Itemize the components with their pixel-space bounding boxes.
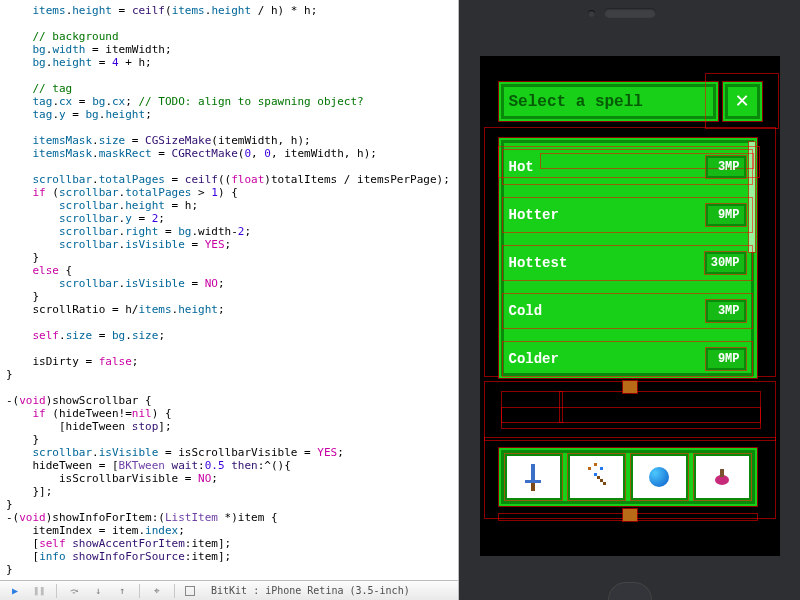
close-button[interactable]: ✕ <box>723 82 762 121</box>
code-line: bg.width = itemWidth; <box>6 43 453 56</box>
toolbar-item-potion[interactable] <box>694 454 751 500</box>
spell-row[interactable]: Hotter 9MP <box>503 198 752 232</box>
code-line: scrollbar.y = 2; <box>6 212 453 225</box>
code-line: scrollbar.right = bg.width-2; <box>6 225 453 238</box>
sword-icon <box>531 464 535 490</box>
spell-row[interactable]: Colder 9MP <box>503 342 752 376</box>
spell-name: Hottest <box>509 255 705 271</box>
code-line: scrollbar.isVisible = isScrollbarVisible… <box>6 446 453 459</box>
spell-cost: 3MP <box>706 300 746 322</box>
code-line: } <box>6 368 453 381</box>
code-line: items.height = ceilf(items.height / h) *… <box>6 4 453 17</box>
wand-icon <box>588 467 604 487</box>
code-line: if (scrollbar.totalPages > 1) { <box>6 186 453 199</box>
spell-name: Hotter <box>509 207 706 223</box>
spell-row[interactable]: Hot 3MP <box>503 150 752 184</box>
potion-icon <box>715 469 729 485</box>
code-line: isDirty = false; <box>6 355 453 368</box>
code-line: scrollbar.height = h; <box>6 199 453 212</box>
code-line <box>6 316 453 329</box>
code-line: scrollbar.isVisible = NO; <box>6 277 453 290</box>
debug-target-label: BitKit : iPhone Retina (3.5-inch) <box>211 585 410 596</box>
code-line: isScrollbarVisible = NO; <box>6 472 453 485</box>
spell-row[interactable]: Hottest 30MP <box>503 246 752 280</box>
target-icon <box>185 586 195 596</box>
spell-name: Colder <box>509 351 706 367</box>
spell-name: Cold <box>509 303 706 319</box>
continue-icon[interactable]: ▶ <box>8 584 22 598</box>
code-line <box>6 17 453 30</box>
step-out-icon[interactable]: ↑ <box>115 584 129 598</box>
code-line: } <box>6 433 453 446</box>
code-line: scrollbar.isVisible = YES; <box>6 238 453 251</box>
toolbar-item-orb[interactable] <box>631 454 688 500</box>
code-line: // tag <box>6 82 453 95</box>
spell-name: Hot <box>509 159 706 175</box>
code-line: scrollRatio = h/items.height; <box>6 303 453 316</box>
pause-icon[interactable]: ❚❚ <box>32 584 46 598</box>
simulator-pane: ➤ Select a spell ✕ Hot 3MP Hotter 9MP <box>459 0 800 600</box>
spell-cost: 3MP <box>706 156 746 178</box>
code-line: itemsMask.maskRect = CGRectMake(0, 0, it… <box>6 147 453 160</box>
code-line: -(void)showInfoForItem:(ListItem *)item … <box>6 511 453 524</box>
spell-cost: 9MP <box>706 348 746 370</box>
code-line: } <box>6 498 453 511</box>
code-line: else { <box>6 264 453 277</box>
code-line: }]; <box>6 485 453 498</box>
code-line: } <box>6 251 453 264</box>
spell-cost: 30MP <box>705 252 746 274</box>
code-line: } <box>6 290 453 303</box>
code-line: tag.cx = bg.cx; // TODO: align to spawni… <box>6 95 453 108</box>
code-line: [self showAccentForItem:item]; <box>6 537 453 550</box>
debug-toolbar: ▶ ❚❚ ⤼ ↓ ↑ ⌖ BitKit : iPhone Retina (3.5… <box>0 580 459 600</box>
code-line: hideTween = [BKTween wait:0.5 then:^(){ <box>6 459 453 472</box>
close-icon: ✕ <box>735 91 748 113</box>
spell-row[interactable]: Cold 3MP <box>503 294 752 328</box>
device-home-button[interactable] <box>608 582 652 600</box>
spell-picker-title: Select a spell <box>499 82 718 121</box>
code-line: if (hideTween!=nil) { <box>6 407 453 420</box>
tag-arrow-down-icon <box>623 509 637 521</box>
step-over-icon[interactable]: ⤼ <box>67 584 81 598</box>
title-label: Select a spell <box>509 93 643 111</box>
code-line: self.size = bg.size; <box>6 329 453 342</box>
item-toolbar <box>499 448 757 506</box>
code-line: -(void)showScrollbar { <box>6 394 453 407</box>
code-line <box>6 69 453 82</box>
debug-view-icon[interactable]: ⌖ <box>150 584 164 598</box>
code-line: // background <box>6 30 453 43</box>
code-editor[interactable]: items.height = ceilf(items.height / h) *… <box>0 0 459 600</box>
code-line: tag.y = bg.height; <box>6 108 453 121</box>
code-line: scrollbar.totalPages = ceilf((float)tota… <box>6 173 453 186</box>
tag-arrow-up-icon <box>623 381 637 393</box>
code-line <box>6 342 453 355</box>
code-line: bg.height = 4 + h; <box>6 56 453 69</box>
code-line <box>6 160 453 173</box>
code-line: itemIndex = item.index; <box>6 524 453 537</box>
device-speaker-icon <box>604 8 656 18</box>
step-in-icon[interactable]: ↓ <box>91 584 105 598</box>
info-band <box>502 408 760 428</box>
device-screen: Select a spell ✕ Hot 3MP Hotter 9MP Hott… <box>480 56 780 556</box>
toolbar-item-sword[interactable] <box>505 454 562 500</box>
code-line <box>6 381 453 394</box>
code-line: [info showInfoForSource:item]; <box>6 550 453 563</box>
code-line <box>6 121 453 134</box>
spell-cost: 9MP <box>706 204 746 226</box>
code-line: itemsMask.size = CGSizeMake(itemWidth, h… <box>6 134 453 147</box>
code-line: } <box>6 563 453 576</box>
code-line: [hideTween stop]; <box>6 420 453 433</box>
orb-icon <box>649 467 669 487</box>
device-camera-icon <box>588 10 595 17</box>
toolbar-item-wand[interactable] <box>568 454 625 500</box>
